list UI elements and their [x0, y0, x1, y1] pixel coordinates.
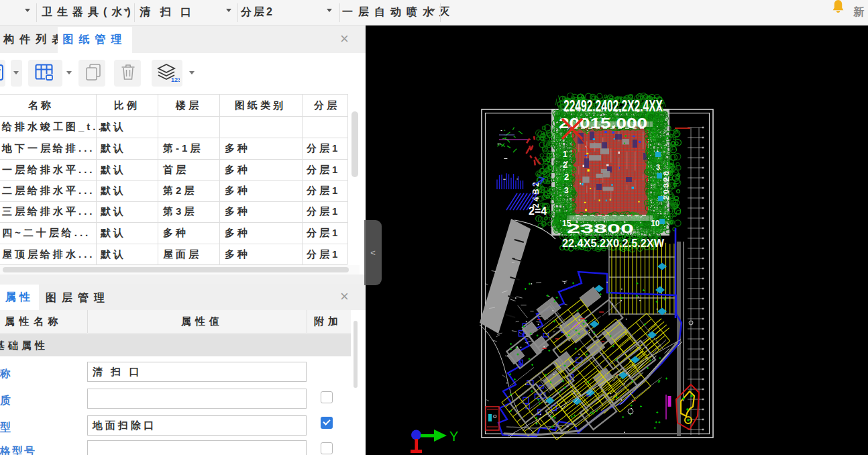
svg-text:Y: Y: [449, 429, 458, 444]
svg-text:23800: 23800: [567, 221, 634, 236]
svg-text:3: 3: [564, 186, 569, 195]
svg-text:22492.2402.2X2.4XX: 22492.2402.2X2.4XX: [563, 97, 663, 115]
svg-text:3: 3: [656, 163, 660, 171]
svg-text:123: 123: [171, 77, 180, 83]
svg-text:2: 2: [564, 172, 569, 182]
svg-text:1: 1: [563, 150, 567, 159]
svg-text:10: 10: [651, 219, 660, 228]
svg-text:2: 2: [563, 160, 567, 170]
svg-text:O: O: [493, 414, 497, 419]
svg-text:2 0 0 2 0: 2 0 0 2 0: [662, 171, 670, 200]
svg-text:15: 15: [562, 219, 572, 228]
